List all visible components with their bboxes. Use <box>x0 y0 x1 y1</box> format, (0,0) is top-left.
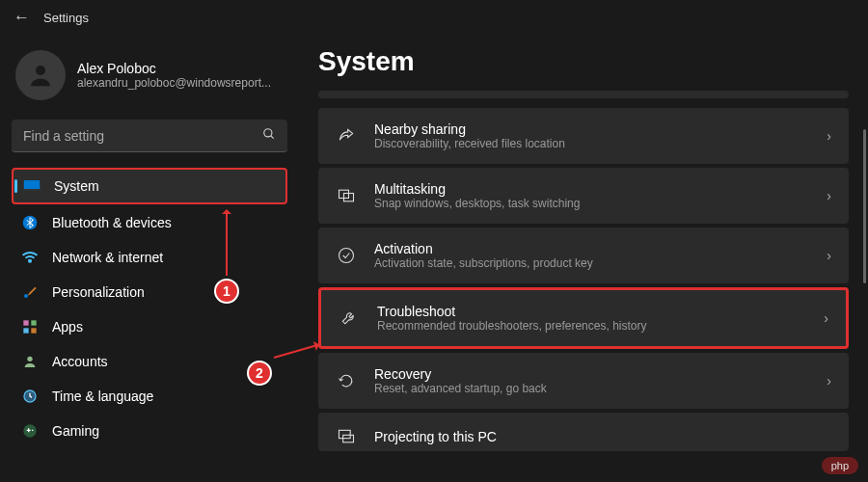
card-sub: Discoverability, received files location <box>374 137 809 150</box>
recovery-icon <box>336 370 357 391</box>
sidebar-item-label: Personalization <box>52 284 145 300</box>
card-list: Nearby sharing Discoverability, received… <box>318 91 849 451</box>
card-text: Recovery Reset, advanced startup, go bac… <box>374 366 809 395</box>
profile-email: alexandru_poloboc@windowsreport... <box>77 76 271 90</box>
sidebar-item-label: Time & language <box>52 388 153 404</box>
wifi-icon <box>21 249 39 266</box>
card-projecting[interactable]: Projecting to this PC <box>318 413 849 451</box>
card-title: Activation <box>374 241 809 256</box>
accounts-icon <box>21 353 39 370</box>
page-title: System <box>318 46 849 77</box>
card-troubleshoot[interactable]: Troubleshoot Recommended troubleshooters… <box>318 287 849 349</box>
main-panel: System Nearby sharing Discoverability, r… <box>299 35 868 482</box>
card-nearby-sharing[interactable]: Nearby sharing Discoverability, received… <box>318 108 849 164</box>
card-text: Nearby sharing Discoverability, received… <box>374 121 809 150</box>
search-input[interactable] <box>23 128 262 144</box>
search-icon <box>262 127 276 144</box>
sidebar-item-label: Accounts <box>52 354 108 369</box>
svg-point-17 <box>339 249 354 263</box>
svg-point-12 <box>27 357 32 362</box>
bluetooth-icon <box>21 214 39 231</box>
svg-point-7 <box>24 294 28 298</box>
sidebar-item-label: Gaming <box>52 423 99 439</box>
clock-icon <box>21 388 39 405</box>
card-text: Multitasking Snap windows, desktops, tas… <box>374 181 809 210</box>
window-header: ← Settings <box>0 0 868 35</box>
sidebar-item-apps[interactable]: Apps <box>12 310 287 343</box>
svg-line-2 <box>271 136 274 139</box>
profile[interactable]: Alex Poloboc alexandru_poloboc@windowsre… <box>12 44 287 112</box>
svg-point-0 <box>36 66 45 75</box>
card-sub: Recommended troubleshooters, preferences… <box>377 319 806 333</box>
svg-rect-11 <box>31 328 36 333</box>
sidebar-item-gaming[interactable]: Gaming <box>12 415 287 447</box>
scrollbar[interactable] <box>863 129 866 283</box>
card-stub <box>318 91 849 98</box>
svg-rect-10 <box>23 328 28 333</box>
profile-text: Alex Poloboc alexandru_poloboc@windowsre… <box>77 61 271 90</box>
gaming-icon <box>21 422 39 440</box>
back-icon[interactable]: ← <box>14 8 30 27</box>
sidebar-item-network[interactable]: Network & internet <box>12 241 287 274</box>
svg-point-1 <box>264 129 272 137</box>
sidebar-item-time[interactable]: Time & language <box>12 380 287 413</box>
share-icon <box>336 125 357 147</box>
multitask-icon <box>336 185 357 206</box>
watermark: php <box>822 457 858 474</box>
avatar <box>15 50 66 100</box>
app-title: Settings <box>43 11 89 25</box>
brush-icon <box>21 283 39 301</box>
card-sub: Snap windows, desktops, task switching <box>374 197 809 210</box>
chevron-right-icon: › <box>824 310 828 326</box>
project-icon <box>336 426 357 447</box>
wrench-icon <box>339 308 360 329</box>
card-multitasking[interactable]: Multitasking Snap windows, desktops, tas… <box>318 168 849 224</box>
sidebar-item-label: Apps <box>52 319 83 335</box>
sidebar-item-label: Bluetooth & devices <box>52 215 172 230</box>
check-circle-icon <box>336 245 357 266</box>
sidebar-item-label: Network & internet <box>52 250 163 265</box>
card-title: Multitasking <box>374 181 809 197</box>
profile-name: Alex Poloboc <box>77 61 271 76</box>
search-box[interactable] <box>12 120 287 152</box>
svg-rect-9 <box>31 320 36 325</box>
annotation-step-2: 2 <box>247 361 272 386</box>
card-title: Projecting to this PC <box>374 429 831 444</box>
card-title: Recovery <box>374 366 809 382</box>
svg-rect-3 <box>24 180 41 191</box>
sidebar: Alex Poloboc alexandru_poloboc@windowsre… <box>0 35 299 482</box>
chevron-right-icon: › <box>827 188 831 203</box>
system-icon <box>23 177 41 195</box>
card-title: Nearby sharing <box>374 121 809 137</box>
chevron-right-icon: › <box>827 128 831 144</box>
chevron-right-icon: › <box>827 373 831 388</box>
card-sub: Activation state, subscriptions, product… <box>374 256 809 270</box>
card-text: Activation Activation state, subscriptio… <box>374 241 809 270</box>
content: Alex Poloboc alexandru_poloboc@windowsre… <box>0 35 868 482</box>
sidebar-item-bluetooth[interactable]: Bluetooth & devices <box>12 206 287 239</box>
card-title: Troubleshoot <box>377 304 806 319</box>
nav-list: System Bluetooth & devices Network & int… <box>12 168 287 447</box>
svg-rect-18 <box>339 430 351 438</box>
card-text: Troubleshoot Recommended troubleshooters… <box>377 304 806 333</box>
annotation-arrow-1 <box>226 212 228 276</box>
chevron-right-icon: › <box>827 248 831 263</box>
sidebar-item-personalization[interactable]: Personalization <box>12 276 287 308</box>
card-recovery[interactable]: Recovery Reset, advanced startup, go bac… <box>318 353 849 409</box>
sidebar-item-label: System <box>54 178 99 194</box>
annotation-step-1: 1 <box>214 279 239 304</box>
apps-icon <box>21 318 39 335</box>
svg-point-6 <box>29 260 31 262</box>
svg-rect-4 <box>24 189 41 191</box>
card-sub: Reset, advanced startup, go back <box>374 382 809 395</box>
card-text: Projecting to this PC <box>374 429 831 444</box>
card-activation[interactable]: Activation Activation state, subscriptio… <box>318 228 849 283</box>
sidebar-item-system[interactable]: System <box>12 168 287 204</box>
svg-rect-8 <box>23 320 28 325</box>
